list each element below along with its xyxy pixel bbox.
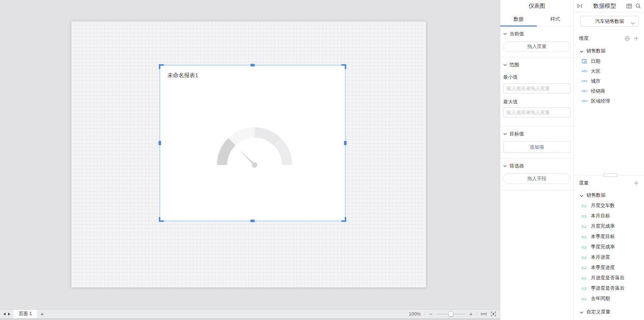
text-field-icon: ABC xyxy=(582,89,588,93)
tab-style[interactable]: 样式 xyxy=(537,12,573,26)
add-target-button[interactable]: 添加项 xyxy=(503,141,570,153)
zoom-out-button[interactable]: − xyxy=(429,311,432,317)
resize-handle-top-right[interactable] xyxy=(341,64,346,69)
collapse-panel-icon[interactable] xyxy=(577,3,583,9)
resize-handle-top[interactable] xyxy=(251,64,255,66)
add-measure-icon[interactable] xyxy=(634,180,639,186)
dimension-item[interactable]: ABC 大区 xyxy=(574,66,644,76)
min-value-input[interactable] xyxy=(503,83,570,93)
add-page-button[interactable]: + xyxy=(37,310,47,318)
dataset-selector[interactable]: 汽车销售数据 xyxy=(580,16,639,27)
number-field-icon: 0.2 xyxy=(582,255,588,259)
number-field-icon: 0.2 xyxy=(582,224,588,228)
gauge-hub xyxy=(252,162,258,168)
page-prev-icon[interactable] xyxy=(3,313,6,316)
min-value-label: 最小值 xyxy=(503,74,570,80)
section-current-value[interactable]: 当前值 xyxy=(503,30,570,38)
panel-resize-handle[interactable] xyxy=(603,173,617,177)
config-tabs: 数据 样式 xyxy=(500,12,573,27)
max-value-label: 最大值 xyxy=(503,99,570,105)
fit-selection-icon[interactable] xyxy=(491,312,496,316)
drop-field-zone[interactable]: 拖入字段 xyxy=(503,173,570,184)
number-field-icon: 0.2 xyxy=(582,204,588,208)
artboard[interactable]: 未命名报表1 xyxy=(71,21,426,288)
chevron-down-icon xyxy=(503,64,507,66)
field-label: 季进度是否落后 xyxy=(591,285,624,292)
measures-label: 度量 xyxy=(579,180,589,186)
section-label: 目标值 xyxy=(510,131,524,137)
page-next-icon[interactable] xyxy=(8,313,10,316)
measure-item[interactable]: 0.2 去年同期 xyxy=(574,293,644,304)
field-label: 本月进度 xyxy=(591,254,610,261)
data-model-panel: 数据模型 汽车销售数据 维度 销售数据 xyxy=(573,0,644,320)
dimension-item[interactable]: 日期 xyxy=(574,56,644,66)
number-field-icon: 0.2 xyxy=(582,245,588,249)
chevron-down-icon xyxy=(503,33,507,35)
resize-handle-bottom-left[interactable] xyxy=(159,217,164,222)
dimension-item[interactable]: ABC 经销商 xyxy=(574,86,644,96)
measure-item[interactable]: 0.2 本季度目标 xyxy=(574,231,644,242)
resize-handle-right[interactable] xyxy=(344,141,347,145)
measure-item[interactable]: 0.2 本季度进度 xyxy=(574,262,644,273)
field-label: 本季度目标 xyxy=(591,233,615,240)
number-field-icon: 0.2 xyxy=(582,276,588,280)
divider xyxy=(500,126,573,127)
fit-width-icon[interactable] xyxy=(481,312,487,316)
field-label: 月度完成率 xyxy=(591,223,615,230)
zoom-slider[interactable] xyxy=(436,311,465,317)
chevron-down-icon xyxy=(580,48,583,54)
number-field-icon: 0.2 xyxy=(582,214,588,218)
bottom-bar: 页面 1 + 100% − + xyxy=(0,309,500,320)
measure-item[interactable]: 0.2 季度完成率 xyxy=(574,242,644,252)
measure-item[interactable]: 0.2 记录数 xyxy=(574,317,644,320)
group-label: 自定义度量 xyxy=(586,309,610,315)
divider xyxy=(477,312,477,317)
measure-item[interactable]: 0.2 本月目标 xyxy=(574,211,644,221)
dimension-item[interactable]: ABC 城市 xyxy=(574,76,644,86)
text-field-icon: ABC xyxy=(582,69,588,73)
chart-config-panel: 仪表图 数据 样式 当前值 拖入度量 范围 最小值 最大值 目标值 xyxy=(500,0,573,320)
divider xyxy=(500,158,573,159)
measure-item[interactable]: 0.2 月度完成率 xyxy=(574,221,644,231)
custom-measure-group[interactable]: 自定义度量 xyxy=(574,307,644,317)
measure-item[interactable]: 0.2 月进度是否落后 xyxy=(574,273,644,283)
field-label: 本季度进度 xyxy=(591,264,615,271)
drop-measure-zone[interactable]: 拖入度量 xyxy=(503,41,570,52)
canvas-area[interactable]: 未命名报表1 xyxy=(0,0,500,309)
field-label: 日期 xyxy=(591,58,600,65)
measure-group[interactable]: 销售数据 xyxy=(574,190,644,200)
max-value-input[interactable] xyxy=(503,107,570,117)
search-icon[interactable] xyxy=(635,3,641,9)
zoom-slider-handle[interactable] xyxy=(448,311,454,317)
resize-handle-bottom-right[interactable] xyxy=(341,217,346,222)
gauge-widget[interactable]: 未命名报表1 xyxy=(160,65,345,221)
section-range[interactable]: 范围 xyxy=(503,61,570,69)
bottom-scroll-track[interactable] xyxy=(0,318,500,320)
measure-item[interactable]: 0.2 季进度是否落后 xyxy=(574,283,644,293)
resize-handle-left[interactable] xyxy=(159,141,161,145)
resize-handle-top-left[interactable] xyxy=(159,64,164,69)
dimension-group[interactable]: 销售数据 xyxy=(574,46,644,56)
group-label: 销售数据 xyxy=(586,192,606,199)
number-field-icon: 0.2 xyxy=(582,286,588,290)
page-tab[interactable]: 页面 1 xyxy=(14,310,37,318)
calendar-date-icon xyxy=(582,58,588,64)
field-label: 本月目标 xyxy=(591,213,610,219)
app-screen: 未命名报表1 xyxy=(0,0,644,320)
gauge-chart xyxy=(214,125,295,169)
tab-data[interactable]: 数据 xyxy=(500,12,537,26)
dimension-item[interactable]: ABC 区域经理 xyxy=(574,96,644,106)
section-target[interactable]: 目标值 xyxy=(503,130,570,138)
section-filter[interactable]: 筛选器 xyxy=(503,162,570,171)
measure-item[interactable]: 0.2 本月进度 xyxy=(574,252,644,262)
add-dimension-icon[interactable] xyxy=(634,36,639,41)
table-view-icon[interactable] xyxy=(626,3,632,9)
measure-item[interactable]: 0.2 月度交车数 xyxy=(574,200,644,211)
chart-type-title: 仪表图 xyxy=(500,0,573,12)
globe-icon[interactable] xyxy=(624,36,630,41)
resize-handle-bottom[interactable] xyxy=(251,220,255,222)
field-label: 季度完成率 xyxy=(591,244,615,250)
chevron-down-icon xyxy=(580,193,583,198)
number-field-icon: 0.2 xyxy=(582,235,588,239)
zoom-in-button[interactable]: + xyxy=(469,311,473,317)
